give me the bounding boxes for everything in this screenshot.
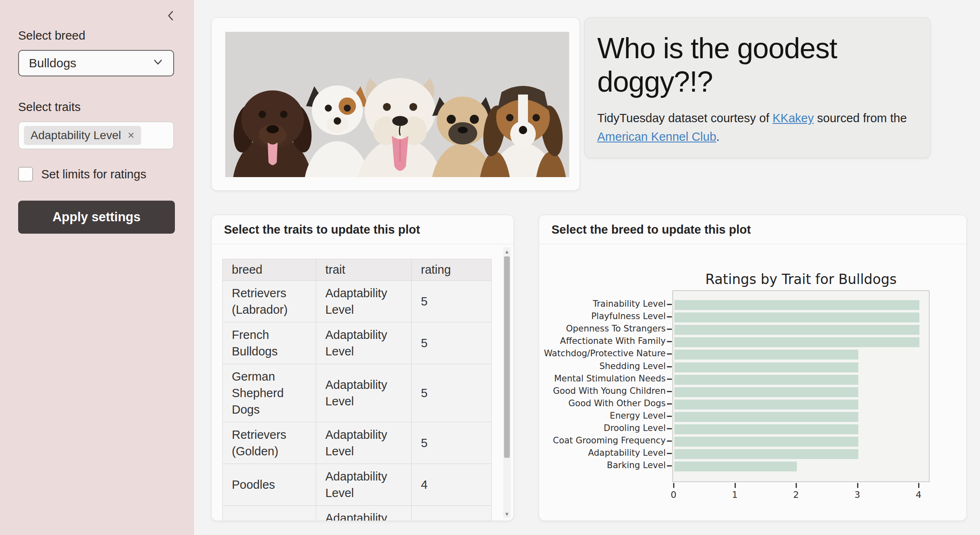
dashboard: Select breed Bulldogs Select traits Adap… bbox=[0, 0, 980, 535]
bar-openness-to-strangers bbox=[674, 325, 919, 335]
bar-shedding-level bbox=[674, 362, 858, 372]
x-tick bbox=[673, 483, 674, 488]
dataset-description: TidyTuesday dataset courtesy of KKakey s… bbox=[597, 109, 917, 146]
table-cell: 5 bbox=[412, 422, 492, 464]
x-tick-label: 1 bbox=[723, 490, 747, 500]
table-cell: Adaptability Level bbox=[316, 422, 412, 464]
traits-table-scroll-area[interactable]: breedtraitrating Retrievers (Labrador)Ad… bbox=[222, 259, 492, 521]
y-axis-label: Shedding Level bbox=[542, 361, 666, 371]
y-tick bbox=[667, 353, 672, 355]
y-axis-label: Good With Other Dogs bbox=[542, 398, 666, 408]
akc-link[interactable]: American Kennel Club bbox=[597, 130, 716, 143]
chevron-down-icon bbox=[152, 56, 164, 71]
chevron-left-icon bbox=[164, 9, 178, 24]
table-cell: Poodles bbox=[223, 464, 316, 506]
y-tick bbox=[667, 366, 672, 367]
y-tick bbox=[667, 403, 672, 405]
bar-drooling-level bbox=[674, 424, 858, 434]
y-tick bbox=[667, 329, 672, 330]
column-header-breed: breed bbox=[223, 259, 316, 281]
traits-multiselect[interactable]: Adaptability Level × bbox=[18, 121, 174, 149]
x-tick bbox=[918, 483, 919, 488]
sidebar-collapse-button[interactable] bbox=[162, 7, 180, 26]
y-tick bbox=[667, 341, 672, 342]
y-tick bbox=[667, 465, 672, 466]
table-cell: German Shepherd Dogs bbox=[223, 364, 316, 422]
x-tick-label: 3 bbox=[845, 490, 870, 500]
table-scrollbar[interactable]: ▲ ▼ bbox=[503, 247, 511, 518]
traits-table-card-title: Select the traits to update this plot bbox=[212, 215, 514, 244]
y-axis-label: Adaptability Level bbox=[542, 448, 666, 458]
table-cell: Adaptability Level bbox=[316, 506, 412, 521]
page-title: Who is the goodest doggy?!? bbox=[597, 32, 911, 98]
table-cell: 5 bbox=[412, 322, 492, 364]
x-tick bbox=[735, 483, 736, 488]
table-row[interactable]: PoodlesAdaptability Level4 bbox=[223, 464, 492, 506]
trait-token-label: Adaptability Level bbox=[31, 129, 121, 142]
table-cell: Beagles bbox=[223, 506, 316, 521]
bar-playfulness-level bbox=[674, 312, 919, 322]
table-cell: Retrievers (Golden) bbox=[223, 422, 316, 464]
ratings-plot: Ratings by Trait for Bulldogs Trainabili… bbox=[539, 244, 966, 521]
y-tick bbox=[667, 391, 672, 392]
traits-table: breedtraitrating Retrievers (Labrador)Ad… bbox=[222, 259, 492, 521]
y-axis-label: Watchdog/Protective Nature bbox=[542, 348, 666, 358]
scrollbar-thumb[interactable] bbox=[504, 256, 510, 458]
y-tick bbox=[667, 316, 672, 317]
puppies-card bbox=[211, 17, 580, 191]
ratings-chart-card: Select the breed to update this plot Rat… bbox=[539, 215, 967, 521]
breed-select-value: Bulldogs bbox=[29, 56, 76, 70]
table-row[interactable]: German Shepherd DogsAdaptability Level5 bbox=[223, 364, 492, 422]
y-tick bbox=[667, 304, 672, 305]
table-cell: Adaptability Level bbox=[316, 281, 412, 322]
traits-table-card: Select the traits to update this plot br… bbox=[211, 215, 514, 521]
remove-trait-icon[interactable]: × bbox=[127, 130, 134, 141]
trait-token: Adaptability Level × bbox=[24, 126, 141, 145]
y-axis-label: Mental Stimulation Needs bbox=[542, 374, 666, 383]
table-row[interactable]: French BulldogsAdaptability Level5 bbox=[223, 322, 492, 364]
x-tick bbox=[796, 483, 797, 488]
limits-checkbox[interactable] bbox=[18, 167, 33, 182]
puppies-illustration bbox=[225, 32, 569, 177]
limits-checkbox-row: Set limits for ratings bbox=[18, 167, 175, 182]
table-cell: French Bulldogs bbox=[223, 322, 316, 364]
hero-card: Who is the goodest doggy?!? TidyTuesday … bbox=[584, 17, 931, 158]
apply-settings-button[interactable]: Apply settings bbox=[18, 201, 175, 234]
column-header-trait: trait bbox=[316, 259, 412, 281]
bar-coat-grooming-frequency bbox=[674, 437, 858, 447]
y-axis-label: Coat Grooming Frequency bbox=[542, 436, 666, 445]
table-row[interactable]: Retrievers (Golden)Adaptability Level5 bbox=[223, 422, 492, 464]
x-tick-label: 0 bbox=[661, 490, 686, 500]
x-tick-label: 2 bbox=[784, 490, 808, 500]
y-axis-label: Playfulness Level bbox=[542, 311, 666, 321]
y-axis-label: Openness To Strangers bbox=[542, 324, 666, 334]
desc-text: . bbox=[716, 130, 720, 143]
bar-good-with-other-dogs bbox=[674, 400, 858, 410]
table-cell: Retrievers (Labrador) bbox=[223, 281, 316, 322]
y-axis-label: Barking Level bbox=[542, 460, 666, 470]
bar-mental-stimulation-needs bbox=[674, 375, 858, 385]
scroll-up-icon[interactable]: ▲ bbox=[503, 247, 511, 256]
limits-checkbox-label[interactable]: Set limits for ratings bbox=[41, 168, 146, 181]
y-tick bbox=[667, 440, 672, 442]
y-tick bbox=[667, 416, 672, 417]
table-row[interactable]: BeaglesAdaptability Level4 bbox=[223, 506, 492, 521]
desc-text: TidyTuesday dataset courtesy of bbox=[597, 111, 773, 125]
puppies-photo bbox=[225, 32, 569, 177]
bar-adaptability-level bbox=[674, 449, 858, 459]
kkakey-link[interactable]: KKakey bbox=[773, 111, 814, 125]
y-axis-label: Good With Young Children bbox=[542, 386, 666, 396]
scroll-down-icon[interactable]: ▼ bbox=[503, 510, 511, 518]
table-cell: 5 bbox=[412, 364, 492, 422]
y-tick bbox=[667, 379, 672, 380]
ratings-chart-card-title: Select the breed to update this plot bbox=[539, 215, 966, 244]
table-row[interactable]: Retrievers (Labrador)Adaptability Level5 bbox=[223, 281, 492, 322]
breed-select[interactable]: Bulldogs bbox=[18, 50, 174, 76]
x-tick bbox=[857, 483, 858, 488]
traits-table-head: breedtraitrating bbox=[223, 259, 492, 281]
traits-select-label: Select traits bbox=[18, 100, 175, 114]
y-tick bbox=[667, 453, 672, 454]
plot-title: Ratings by Trait for Bulldogs bbox=[643, 271, 959, 287]
main-content: Who is the goodest doggy?!? TidyTuesday … bbox=[194, 0, 980, 535]
y-axis-label: Affectionate With Family bbox=[542, 336, 666, 346]
